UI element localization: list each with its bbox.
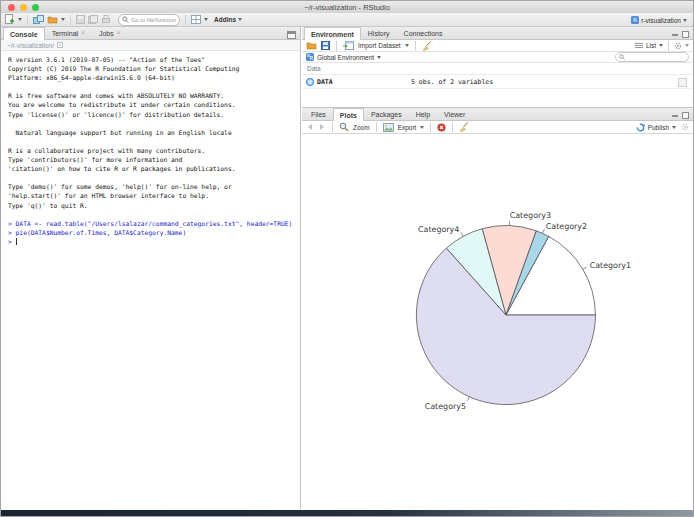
working-dir-label[interactable]: ~/r-visualization/ <box>7 42 54 49</box>
environment-object-row[interactable]: DATA 5 obs. of 2 variables <box>302 75 693 89</box>
close-window-icon[interactable] <box>8 4 15 11</box>
import-dataset-caret-icon[interactable] <box>405 44 409 47</box>
import-dataset-button[interactable]: Import Dataset <box>358 42 401 49</box>
console-output-line: R is free software and comes with ABSOLU… <box>8 91 300 100</box>
rstudio-window: ~/r-visualization - RStudio <box>0 0 694 517</box>
plots-tab-label: Help <box>416 111 430 118</box>
goto-file-box[interactable] <box>118 14 180 26</box>
console-output-line: R version 3.6.1 (2019-07-05) -- "Action … <box>8 55 300 64</box>
environment-search-box[interactable] <box>615 52 689 62</box>
zoom-plot-icon <box>339 122 349 132</box>
console-tab-terminal[interactable]: Terminal× <box>45 27 92 39</box>
console-output[interactable]: R version 3.6.1 (2019-07-05) -- "Action … <box>1 51 300 246</box>
console-output-line: Type 'license()' or 'licence()' for dist… <box>8 110 300 119</box>
plots-tab-files[interactable]: Files <box>304 108 333 120</box>
publish-caret-icon[interactable] <box>672 126 676 129</box>
export-image-icon <box>383 123 394 132</box>
refresh-gear-icon[interactable] <box>674 42 682 50</box>
svg-text:R: R <box>309 55 313 61</box>
clear-plots-broom-icon[interactable] <box>459 122 469 132</box>
console-output-line: Type 'q()' to quit R. <box>8 201 300 210</box>
view-table-icon[interactable] <box>678 78 687 87</box>
list-view-button[interactable]: List <box>646 42 656 49</box>
toolbar-separator <box>185 15 186 25</box>
remove-plot-icon[interactable] <box>437 123 446 132</box>
project-caret-icon <box>683 19 687 22</box>
plots-tab-help[interactable]: Help <box>409 108 437 120</box>
maximize-pane-icon[interactable] <box>287 31 296 39</box>
console-input-line: > pie(DATA$Number.of.Times, DATA$Categor… <box>8 228 300 237</box>
environment-tab-label: Environment <box>311 31 354 38</box>
toolbar-separator <box>27 15 28 25</box>
environment-search-input[interactable] <box>627 54 685 60</box>
plots-tab-viewer[interactable]: Viewer <box>437 108 472 120</box>
goto-dir-icon[interactable] <box>57 42 63 48</box>
previous-plot-icon[interactable] <box>306 123 314 131</box>
console-output-line: Type 'demo()' for some demos, 'help()' f… <box>8 182 300 191</box>
close-tab-icon[interactable]: × <box>117 30 121 37</box>
minimize-pane-icon[interactable] <box>672 115 678 117</box>
right-column: EnvironmentHistoryConnections Import Dat… <box>302 27 693 510</box>
object-summary: 5 obs. of 2 variables <box>411 78 493 86</box>
toolbar-separator <box>336 41 337 51</box>
environment-tab-history[interactable]: History <box>361 27 397 39</box>
publish-button[interactable]: Publish <box>648 124 669 131</box>
toolbar-separator <box>452 122 453 132</box>
console-output-line: R is a collaborative project with many c… <box>8 146 300 155</box>
console-input-line: > DATA <- read.table("/Users/lsalazar/co… <box>8 219 300 228</box>
save-icon[interactable] <box>76 15 85 24</box>
console-tab-console[interactable]: Console <box>3 27 45 40</box>
console-tab-label: Jobs <box>99 30 114 37</box>
toolbar-separator <box>430 122 431 132</box>
maximize-pane-icon[interactable] <box>682 112 689 119</box>
scope-caret-icon[interactable] <box>377 56 381 59</box>
minimize-pane-icon[interactable] <box>672 34 678 36</box>
clear-objects-broom-icon[interactable] <box>422 41 432 51</box>
console-input-line: > <box>8 237 300 246</box>
goto-search-icon <box>122 16 129 23</box>
zoom-button[interactable]: Zoom <box>353 124 370 131</box>
plots-gear-icon[interactable] <box>681 123 689 131</box>
console-output-line <box>8 82 300 91</box>
addins-label: Addins <box>214 16 236 23</box>
environment-tab-environment[interactable]: Environment <box>304 27 361 40</box>
pane-layout-icon[interactable] <box>191 15 201 24</box>
console-tab-jobs[interactable]: Jobs× <box>92 27 128 39</box>
environment-scope-selector[interactable]: Global Environment <box>317 54 374 61</box>
pie-chart: Category1Category2Category3Category4Cate… <box>302 134 693 510</box>
project-selector[interactable]: R r-visualization <box>631 15 687 25</box>
console-output-line: Platform: x86_64-apple-darwin15.6.0 (64-… <box>8 73 300 82</box>
addins-menu[interactable]: Addins <box>214 16 242 23</box>
goto-file-input[interactable] <box>131 17 176 23</box>
new-file-icon[interactable] <box>5 14 15 25</box>
export-button[interactable]: Export <box>398 124 417 131</box>
close-tab-icon[interactable]: × <box>81 30 85 37</box>
plots-tab-packages[interactable]: Packages <box>364 108 409 120</box>
load-workspace-icon[interactable] <box>306 41 317 50</box>
console-output-line: Copyright (C) 2019 The R Foundation for … <box>8 64 300 73</box>
save-workspace-icon[interactable] <box>321 41 330 50</box>
pane-layout-caret-icon[interactable] <box>204 18 208 21</box>
zoom-window-icon[interactable] <box>32 4 39 11</box>
new-file-caret-icon[interactable] <box>18 18 22 21</box>
text-cursor <box>16 238 17 245</box>
save-all-icon[interactable] <box>88 15 98 24</box>
print-icon[interactable] <box>101 15 111 24</box>
search-icon <box>619 54 625 60</box>
refresh-caret-icon[interactable] <box>685 44 689 47</box>
list-view-caret-icon[interactable] <box>659 44 663 47</box>
maximize-pane-icon[interactable] <box>682 31 689 38</box>
export-caret-icon[interactable] <box>420 126 424 129</box>
console-output-line: Type 'contributors()' for more informati… <box>8 155 300 164</box>
project-r-icon: R <box>631 16 639 24</box>
next-plot-icon[interactable] <box>318 123 326 131</box>
console-output-line: 'help.start()' for an HTML browser inter… <box>8 191 300 200</box>
open-file-caret-icon[interactable] <box>61 18 65 21</box>
new-project-icon[interactable] <box>33 15 44 24</box>
minimize-window-icon[interactable] <box>20 4 27 11</box>
object-name[interactable]: DATA <box>317 78 333 86</box>
open-file-icon[interactable] <box>47 15 58 24</box>
plots-tab-plots[interactable]: Plots <box>333 108 364 121</box>
pie-label-tick <box>583 267 587 269</box>
environment-tab-connections[interactable]: Connections <box>397 27 450 39</box>
